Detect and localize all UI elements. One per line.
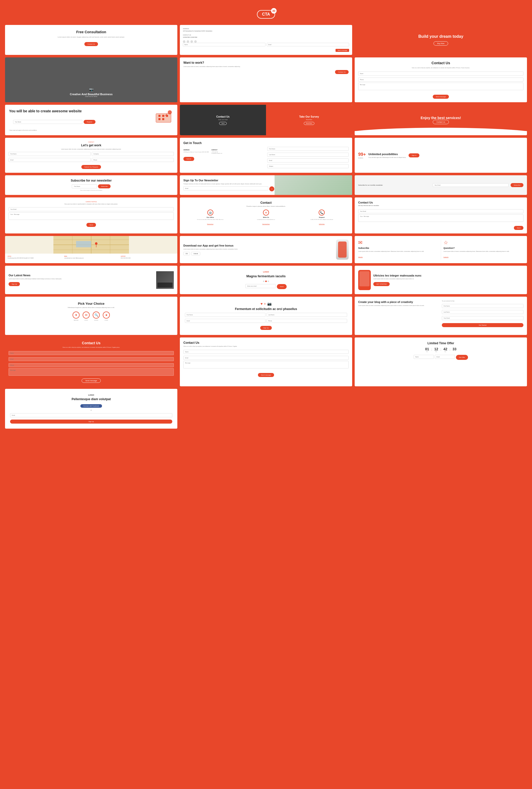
card21-contact-link[interactable]: Contact Us (443, 256, 449, 257)
card18-email-input[interactable] (358, 209, 524, 213)
card26-phone-input[interactable] (266, 319, 347, 323)
card13-subscribe-button[interactable]: Subscribe (98, 184, 111, 188)
card10-company-input[interactable] (92, 152, 174, 156)
card16-email-input[interactable] (8, 207, 174, 211)
card2-name-input[interactable] (183, 43, 266, 46)
card10-phone-input[interactable] (92, 158, 174, 162)
card24-text: Ultricies leo integer malesuada nunc Lor… (373, 274, 421, 286)
card20-android-button[interactable]: Android (191, 252, 200, 255)
card30-name-input[interactable] (414, 355, 434, 359)
card15-email-input[interactable] (433, 183, 509, 187)
card20-ios-button[interactable]: iOS (183, 252, 190, 255)
card17-phone-link[interactable]: Call Us Here (319, 224, 325, 225)
card13-firstname-input[interactable] (72, 184, 97, 188)
card22-signup-button[interactable]: Sign Up (8, 282, 20, 286)
card26-signup-button[interactable]: Sign Up (260, 326, 271, 330)
card28-phone-input[interactable] (8, 363, 174, 367)
heart-icon[interactable]: ♥ (73, 311, 80, 319)
card8-right-title: Take Our Survey (299, 115, 319, 118)
card30-get-offer-button[interactable]: Get Offer (456, 355, 468, 360)
card1-contact-button[interactable]: Contact Us (84, 42, 98, 46)
card29-message-input[interactable] (183, 361, 349, 368)
card5-contact-button[interactable]: Contact Us (335, 70, 349, 74)
card28-send-button[interactable]: Send message (82, 379, 101, 383)
social-icon-yt[interactable] (194, 40, 197, 43)
card27-email-input[interactable] (442, 316, 524, 320)
card28-name-input[interactable] (8, 351, 174, 355)
card6-phone-input[interactable] (358, 78, 524, 82)
subscribe-envelope-icon: ✉ (358, 239, 438, 246)
card8-right-button[interactable]: Read More (304, 122, 315, 125)
card27-firstname-input[interactable] (442, 304, 524, 308)
dot-3[interactable] (267, 281, 269, 282)
card21-question-half: ☆ Question? Lorem ipsum dolor sit amet, … (443, 239, 524, 259)
card7-name-input[interactable] (13, 120, 82, 124)
dot-2-active[interactable] (265, 281, 267, 282)
card17-office-link[interactable]: Direction here (207, 224, 213, 225)
card28-message-input[interactable] (8, 368, 174, 376)
pick-offer: ✉ OFFER (83, 311, 90, 321)
card14-email-input[interactable] (183, 186, 268, 190)
card21-subscribe-link[interactable]: Subscribe (358, 256, 363, 257)
search-icon[interactable]: 🔍 (93, 311, 100, 319)
card18-send-button[interactable]: Send (514, 226, 524, 230)
card12-signin-button[interactable]: Sign In (408, 153, 419, 157)
card10-submit-button[interactable]: Submit Our Request (81, 165, 101, 169)
card2-email-input[interactable] (267, 43, 349, 46)
card26-firstname-input[interactable] (185, 313, 266, 317)
pick-design: 🔍 DESIGN (93, 311, 100, 321)
card26-icons: ♥ + 📷 (185, 302, 347, 306)
card8-right: Take Our Survey Read More Read More (266, 105, 352, 135)
card11-email-input[interactable] (267, 158, 349, 162)
card15-subscribe-button[interactable]: Subscribe (511, 183, 524, 187)
card6-send-button[interactable]: Send message (433, 95, 449, 99)
card6-name-input[interactable] (358, 72, 524, 76)
card24-get-started-button[interactable]: GET STARTED (373, 282, 390, 286)
card10-email-input[interactable] (8, 158, 91, 162)
card27-lastname-input[interactable] (442, 310, 524, 314)
card30-email-input[interactable] (435, 355, 455, 359)
countdown-min-num: 12 (434, 347, 438, 351)
card6-message-input[interactable] (358, 83, 524, 90)
card26-email-input[interactable] (185, 319, 266, 323)
card-lets-get-work: CONTACT Let's get work Lorem ipsum dolor… (5, 138, 177, 173)
card16-message-input[interactable] (8, 212, 174, 220)
card29-send-button[interactable]: Send message (258, 373, 274, 377)
card23-input[interactable] (245, 284, 276, 288)
card11-subject-input[interactable] (267, 164, 349, 168)
card31-connect-button[interactable]: Connect with Facebook (80, 404, 102, 408)
card7-title: You will be able to create awesome websi… (9, 109, 99, 113)
card17-description: Phasellus magna in placerat ultrices lib… (183, 206, 349, 207)
card9-contact-button[interactable]: Contact Us (433, 120, 449, 124)
card23-send-button[interactable]: Send (277, 284, 286, 289)
card28-email-input[interactable] (8, 357, 174, 361)
card31-email-input[interactable] (10, 413, 172, 417)
card17-email-link[interactable]: Send email here (262, 224, 269, 225)
card29-email-input[interactable] (183, 356, 349, 360)
social-icon-tw[interactable] (187, 40, 189, 43)
card3-buy-button[interactable]: Buy Now (434, 41, 448, 45)
card29-name-input[interactable] (183, 350, 349, 354)
social-icon-fb[interactable] (183, 40, 185, 43)
card14-submit-button[interactable]: ➜ (269, 186, 274, 191)
card7-register-button[interactable]: Register (83, 120, 95, 124)
card31-signup-button[interactable]: Sign Up (10, 420, 172, 424)
card16-label: CONTACT NOTICE (8, 201, 174, 203)
card16-send-button[interactable]: Send (87, 223, 96, 227)
card27-get-started-button[interactable]: Get Started (442, 323, 524, 327)
svg-rect-1 (158, 115, 160, 117)
card2-send-button[interactable]: Send a message (336, 49, 349, 52)
card11-submit-button[interactable]: Submit (183, 157, 194, 161)
star-icon[interactable]: ★ (103, 311, 110, 319)
card11-firstname-input[interactable] (267, 147, 349, 151)
mail-icon[interactable]: ✉ (83, 311, 90, 319)
social-icon-gp[interactable] (190, 40, 193, 43)
dot-1[interactable] (263, 281, 265, 282)
card11-lastname-input[interactable] (267, 153, 349, 157)
card10-firstname-input[interactable] (8, 152, 91, 156)
card-newsletter-stripe: Subscribe for our monthly newsletter Sub… (355, 175, 527, 195)
card17-office-col: 🏢 Our Office Ut enim ad minim Am 23 Blvd… (183, 210, 237, 225)
card18-message-input[interactable] (358, 214, 524, 222)
card26-lastname-input[interactable] (266, 313, 347, 317)
card8-left-button[interactable]: Send (219, 122, 227, 125)
